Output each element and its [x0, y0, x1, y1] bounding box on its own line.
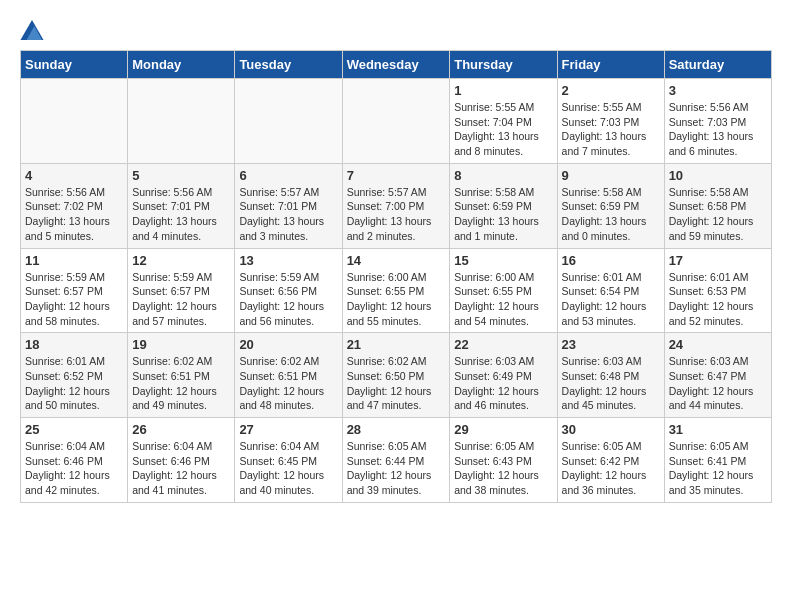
- calendar-day-cell: 1Sunrise: 5:55 AMSunset: 7:04 PMDaylight…: [450, 79, 557, 164]
- day-number: 10: [669, 168, 767, 183]
- day-info: Sunrise: 6:05 AMSunset: 6:43 PMDaylight:…: [454, 439, 552, 498]
- day-info: Sunrise: 5:59 AMSunset: 6:57 PMDaylight:…: [132, 270, 230, 329]
- day-info: Sunrise: 6:05 AMSunset: 6:44 PMDaylight:…: [347, 439, 446, 498]
- calendar-day-cell: [128, 79, 235, 164]
- day-info: Sunrise: 5:59 AMSunset: 6:56 PMDaylight:…: [239, 270, 337, 329]
- day-number: 23: [562, 337, 660, 352]
- day-info: Sunrise: 6:01 AMSunset: 6:54 PMDaylight:…: [562, 270, 660, 329]
- day-number: 14: [347, 253, 446, 268]
- calendar-day-cell: 19Sunrise: 6:02 AMSunset: 6:51 PMDayligh…: [128, 333, 235, 418]
- calendar-day-cell: 12Sunrise: 5:59 AMSunset: 6:57 PMDayligh…: [128, 248, 235, 333]
- calendar-week-row: 4Sunrise: 5:56 AMSunset: 7:02 PMDaylight…: [21, 163, 772, 248]
- calendar-day-cell: 17Sunrise: 6:01 AMSunset: 6:53 PMDayligh…: [664, 248, 771, 333]
- day-info: Sunrise: 6:01 AMSunset: 6:53 PMDaylight:…: [669, 270, 767, 329]
- day-info: Sunrise: 6:05 AMSunset: 6:41 PMDaylight:…: [669, 439, 767, 498]
- calendar-week-row: 25Sunrise: 6:04 AMSunset: 6:46 PMDayligh…: [21, 418, 772, 503]
- day-info: Sunrise: 5:58 AMSunset: 6:59 PMDaylight:…: [562, 185, 660, 244]
- day-info: Sunrise: 5:55 AMSunset: 7:04 PMDaylight:…: [454, 100, 552, 159]
- logo-icon: [20, 20, 44, 40]
- day-number: 11: [25, 253, 123, 268]
- day-number: 26: [132, 422, 230, 437]
- day-info: Sunrise: 5:58 AMSunset: 6:59 PMDaylight:…: [454, 185, 552, 244]
- day-number: 24: [669, 337, 767, 352]
- calendar-day-cell: 26Sunrise: 6:04 AMSunset: 6:46 PMDayligh…: [128, 418, 235, 503]
- day-number: 7: [347, 168, 446, 183]
- day-info: Sunrise: 6:02 AMSunset: 6:51 PMDaylight:…: [132, 354, 230, 413]
- day-number: 16: [562, 253, 660, 268]
- calendar-day-cell: 6Sunrise: 5:57 AMSunset: 7:01 PMDaylight…: [235, 163, 342, 248]
- day-number: 20: [239, 337, 337, 352]
- calendar-day-cell: 21Sunrise: 6:02 AMSunset: 6:50 PMDayligh…: [342, 333, 450, 418]
- day-number: 28: [347, 422, 446, 437]
- calendar-day-cell: 14Sunrise: 6:00 AMSunset: 6:55 PMDayligh…: [342, 248, 450, 333]
- header-wednesday: Wednesday: [342, 51, 450, 79]
- calendar-day-cell: 28Sunrise: 6:05 AMSunset: 6:44 PMDayligh…: [342, 418, 450, 503]
- day-number: 27: [239, 422, 337, 437]
- calendar-day-cell: 22Sunrise: 6:03 AMSunset: 6:49 PMDayligh…: [450, 333, 557, 418]
- day-number: 21: [347, 337, 446, 352]
- calendar-day-cell: 5Sunrise: 5:56 AMSunset: 7:01 PMDaylight…: [128, 163, 235, 248]
- day-number: 1: [454, 83, 552, 98]
- header-thursday: Thursday: [450, 51, 557, 79]
- day-info: Sunrise: 6:02 AMSunset: 6:50 PMDaylight:…: [347, 354, 446, 413]
- day-info: Sunrise: 6:04 AMSunset: 6:46 PMDaylight:…: [25, 439, 123, 498]
- page-header: [20, 20, 772, 40]
- header-tuesday: Tuesday: [235, 51, 342, 79]
- calendar-day-cell: 2Sunrise: 5:55 AMSunset: 7:03 PMDaylight…: [557, 79, 664, 164]
- calendar-day-cell: 20Sunrise: 6:02 AMSunset: 6:51 PMDayligh…: [235, 333, 342, 418]
- day-info: Sunrise: 6:04 AMSunset: 6:46 PMDaylight:…: [132, 439, 230, 498]
- day-info: Sunrise: 6:05 AMSunset: 6:42 PMDaylight:…: [562, 439, 660, 498]
- calendar-day-cell: 16Sunrise: 6:01 AMSunset: 6:54 PMDayligh…: [557, 248, 664, 333]
- day-info: Sunrise: 5:59 AMSunset: 6:57 PMDaylight:…: [25, 270, 123, 329]
- calendar-day-cell: 18Sunrise: 6:01 AMSunset: 6:52 PMDayligh…: [21, 333, 128, 418]
- calendar-day-cell: 7Sunrise: 5:57 AMSunset: 7:00 PMDaylight…: [342, 163, 450, 248]
- calendar-week-row: 18Sunrise: 6:01 AMSunset: 6:52 PMDayligh…: [21, 333, 772, 418]
- header-sunday: Sunday: [21, 51, 128, 79]
- calendar-week-row: 1Sunrise: 5:55 AMSunset: 7:04 PMDaylight…: [21, 79, 772, 164]
- calendar-day-cell: 24Sunrise: 6:03 AMSunset: 6:47 PMDayligh…: [664, 333, 771, 418]
- calendar-header-row: SundayMondayTuesdayWednesdayThursdayFrid…: [21, 51, 772, 79]
- day-info: Sunrise: 5:56 AMSunset: 7:01 PMDaylight:…: [132, 185, 230, 244]
- calendar-day-cell: [342, 79, 450, 164]
- calendar-day-cell: [21, 79, 128, 164]
- calendar-day-cell: 23Sunrise: 6:03 AMSunset: 6:48 PMDayligh…: [557, 333, 664, 418]
- calendar-day-cell: 25Sunrise: 6:04 AMSunset: 6:46 PMDayligh…: [21, 418, 128, 503]
- day-number: 12: [132, 253, 230, 268]
- calendar-day-cell: 13Sunrise: 5:59 AMSunset: 6:56 PMDayligh…: [235, 248, 342, 333]
- day-info: Sunrise: 5:57 AMSunset: 7:00 PMDaylight:…: [347, 185, 446, 244]
- day-number: 8: [454, 168, 552, 183]
- calendar-day-cell: 10Sunrise: 5:58 AMSunset: 6:58 PMDayligh…: [664, 163, 771, 248]
- calendar-day-cell: 4Sunrise: 5:56 AMSunset: 7:02 PMDaylight…: [21, 163, 128, 248]
- header-saturday: Saturday: [664, 51, 771, 79]
- day-number: 29: [454, 422, 552, 437]
- day-number: 18: [25, 337, 123, 352]
- calendar-day-cell: 31Sunrise: 6:05 AMSunset: 6:41 PMDayligh…: [664, 418, 771, 503]
- calendar-day-cell: [235, 79, 342, 164]
- day-info: Sunrise: 6:03 AMSunset: 6:48 PMDaylight:…: [562, 354, 660, 413]
- calendar-table: SundayMondayTuesdayWednesdayThursdayFrid…: [20, 50, 772, 503]
- calendar-day-cell: 8Sunrise: 5:58 AMSunset: 6:59 PMDaylight…: [450, 163, 557, 248]
- day-number: 17: [669, 253, 767, 268]
- day-info: Sunrise: 6:03 AMSunset: 6:49 PMDaylight:…: [454, 354, 552, 413]
- day-info: Sunrise: 5:55 AMSunset: 7:03 PMDaylight:…: [562, 100, 660, 159]
- calendar-day-cell: 9Sunrise: 5:58 AMSunset: 6:59 PMDaylight…: [557, 163, 664, 248]
- day-number: 19: [132, 337, 230, 352]
- day-number: 5: [132, 168, 230, 183]
- day-info: Sunrise: 5:56 AMSunset: 7:03 PMDaylight:…: [669, 100, 767, 159]
- day-info: Sunrise: 6:02 AMSunset: 6:51 PMDaylight:…: [239, 354, 337, 413]
- day-number: 15: [454, 253, 552, 268]
- calendar-day-cell: 30Sunrise: 6:05 AMSunset: 6:42 PMDayligh…: [557, 418, 664, 503]
- header-friday: Friday: [557, 51, 664, 79]
- calendar-day-cell: 3Sunrise: 5:56 AMSunset: 7:03 PMDaylight…: [664, 79, 771, 164]
- calendar-week-row: 11Sunrise: 5:59 AMSunset: 6:57 PMDayligh…: [21, 248, 772, 333]
- calendar-day-cell: 27Sunrise: 6:04 AMSunset: 6:45 PMDayligh…: [235, 418, 342, 503]
- day-number: 9: [562, 168, 660, 183]
- header-monday: Monday: [128, 51, 235, 79]
- day-info: Sunrise: 5:57 AMSunset: 7:01 PMDaylight:…: [239, 185, 337, 244]
- day-number: 2: [562, 83, 660, 98]
- day-info: Sunrise: 6:00 AMSunset: 6:55 PMDaylight:…: [454, 270, 552, 329]
- day-info: Sunrise: 5:58 AMSunset: 6:58 PMDaylight:…: [669, 185, 767, 244]
- day-number: 30: [562, 422, 660, 437]
- day-number: 13: [239, 253, 337, 268]
- day-info: Sunrise: 6:01 AMSunset: 6:52 PMDaylight:…: [25, 354, 123, 413]
